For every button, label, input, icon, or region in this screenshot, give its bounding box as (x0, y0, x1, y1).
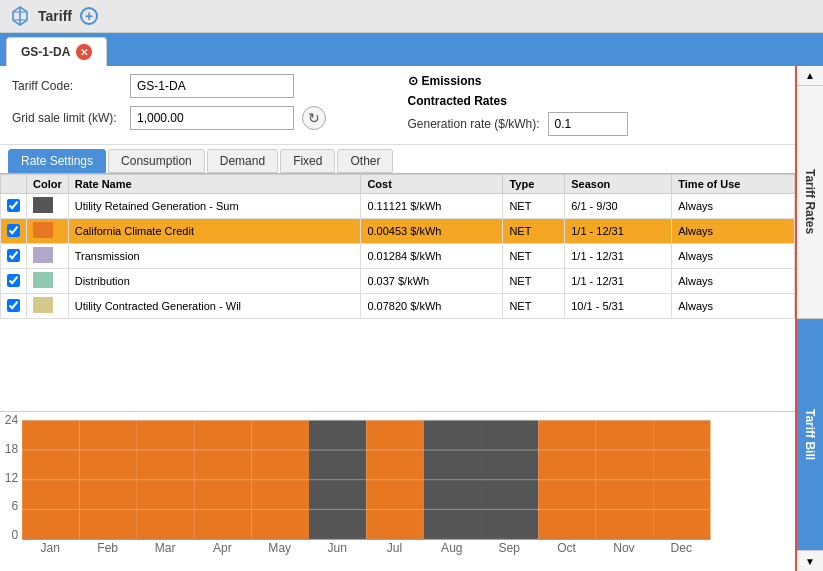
contracted-rates-title: Contracted Rates (408, 94, 784, 108)
table-row[interactable]: Utility Contracted Generation - Wil 0.07… (1, 294, 795, 319)
row-season-0: 6/1 - 9/30 (565, 194, 672, 219)
row-color-cell-3 (27, 269, 69, 294)
table-row[interactable]: California Climate Credit 0.00453 $/kWh … (1, 219, 795, 244)
row-rate-name-1: California Climate Credit (68, 219, 361, 244)
app-container: Tariff + GS-1-DA ✕ Tariff Code: Grid sal… (0, 0, 823, 571)
row-color-cell-1 (27, 219, 69, 244)
scroll-down-button[interactable]: ▼ (797, 551, 823, 571)
row-time-of-use-4: Always (672, 294, 795, 319)
col-color: Color (27, 175, 69, 194)
svg-text:Feb: Feb (97, 540, 118, 554)
tariff-bill-button[interactable]: Tariff Bill (797, 319, 823, 552)
row-time-of-use-0: Always (672, 194, 795, 219)
row-color-cell-2 (27, 244, 69, 269)
rate-table-container: Color Rate Name Cost Type Season Time of… (0, 174, 795, 411)
col-type: Type (503, 175, 565, 194)
svg-text:24: 24 (5, 413, 19, 427)
row-checkbox-2[interactable] (7, 249, 20, 262)
row-checkbox-cell-4 (1, 294, 27, 319)
row-rate-name-0: Utility Retained Generation - Sum (68, 194, 361, 219)
table-row[interactable]: Transmission 0.01284 $/kWh NET 1/1 - 12/… (1, 244, 795, 269)
tariff-code-input[interactable] (130, 74, 294, 98)
chart-area: 24 18 12 6 0 (0, 411, 795, 571)
color-swatch-2 (33, 247, 53, 263)
svg-text:Dec: Dec (671, 540, 692, 554)
svg-text:May: May (268, 540, 292, 554)
svg-text:Nov: Nov (613, 540, 635, 554)
row-checkbox-3[interactable] (7, 274, 20, 287)
row-color-cell-4 (27, 294, 69, 319)
row-type-2: NET (503, 244, 565, 269)
tab-close-button[interactable]: ✕ (76, 44, 92, 60)
row-cost-0: 0.11121 $/kWh (361, 194, 503, 219)
tab-bar: GS-1-DA ✕ (0, 33, 823, 66)
emissions-title: ⊙ Emissions (408, 74, 784, 88)
tab-other[interactable]: Other (337, 149, 393, 173)
row-cost-3: 0.037 $/kWh (361, 269, 503, 294)
grid-sale-row: Grid sale limit (kW): ↻ (12, 106, 388, 130)
svg-text:6: 6 (11, 499, 18, 513)
gs1da-tab[interactable]: GS-1-DA ✕ (6, 37, 107, 66)
row-type-1: NET (503, 219, 565, 244)
row-cost-1: 0.00453 $/kWh (361, 219, 503, 244)
tariff-icon (10, 6, 30, 26)
gen-rate-input[interactable] (548, 112, 628, 136)
svg-text:12: 12 (5, 471, 19, 485)
tariff-rates-label: Tariff Rates (803, 169, 817, 234)
tab-fixed[interactable]: Fixed (280, 149, 335, 173)
main-content: Tariff Code: Grid sale limit (kW): ↻ ⊙ E… (0, 66, 823, 571)
left-panel: Tariff Code: Grid sale limit (kW): ↻ ⊙ E… (0, 66, 795, 571)
tariff-rates-button[interactable]: Tariff Rates (797, 86, 823, 319)
row-time-of-use-2: Always (672, 244, 795, 269)
tab-consumption[interactable]: Consumption (108, 149, 205, 173)
svg-text:Aug: Aug (441, 540, 462, 554)
title-bar: Tariff + (0, 0, 823, 33)
form-right: ⊙ Emissions Contracted Rates Generation … (408, 74, 784, 136)
tab-demand[interactable]: Demand (207, 149, 278, 173)
row-rate-name-2: Transmission (68, 244, 361, 269)
color-swatch-0 (33, 197, 53, 213)
svg-text:Sep: Sep (498, 540, 520, 554)
emissions-label: Emissions (422, 74, 482, 88)
col-rate-name: Rate Name (68, 175, 361, 194)
svg-text:Jun: Jun (327, 540, 346, 554)
row-checkbox-cell-3 (1, 269, 27, 294)
svg-text:Mar: Mar (155, 540, 176, 554)
row-checkbox-cell-0 (1, 194, 27, 219)
table-row[interactable]: Distribution 0.037 $/kWh NET 1/1 - 12/31… (1, 269, 795, 294)
table-row[interactable]: Utility Retained Generation - Sum 0.1112… (1, 194, 795, 219)
color-swatch-4 (33, 297, 53, 313)
row-checkbox-0[interactable] (7, 199, 20, 212)
svg-text:Oct: Oct (557, 540, 576, 554)
color-swatch-1 (33, 222, 53, 238)
sub-tabs: Rate Settings Consumption Demand Fixed O… (0, 145, 795, 174)
row-checkbox-4[interactable] (7, 299, 20, 312)
gen-rate-label: Generation rate ($/kWh): (408, 117, 540, 131)
row-type-3: NET (503, 269, 565, 294)
row-rate-name-3: Distribution (68, 269, 361, 294)
scroll-up-button[interactable]: ▲ (797, 66, 823, 86)
emissions-section: ⊙ Emissions (408, 74, 784, 88)
color-swatch-3 (33, 272, 53, 288)
form-left: Tariff Code: Grid sale limit (kW): ↻ (12, 74, 388, 136)
row-season-3: 1/1 - 12/31 (565, 269, 672, 294)
right-sidebar: ▲ Tariff Rates Tariff Bill ▼ (795, 66, 823, 571)
svg-text:Jan: Jan (41, 540, 60, 554)
row-color-cell-0 (27, 194, 69, 219)
row-cost-2: 0.01284 $/kWh (361, 244, 503, 269)
grid-sale-btn[interactable]: ↻ (302, 106, 326, 130)
rate-table: Color Rate Name Cost Type Season Time of… (0, 174, 795, 319)
tab-rate-settings[interactable]: Rate Settings (8, 149, 106, 173)
svg-text:Jul: Jul (387, 540, 402, 554)
tariff-code-label: Tariff Code: (12, 79, 122, 93)
grid-sale-input[interactable] (130, 106, 294, 130)
add-tariff-button[interactable]: + (80, 7, 98, 25)
row-time-of-use-1: Always (672, 219, 795, 244)
row-checkbox-1[interactable] (7, 224, 20, 237)
app-title: Tariff (38, 8, 72, 24)
contracted-rates: Contracted Rates Generation rate ($/kWh)… (408, 94, 784, 136)
form-area: Tariff Code: Grid sale limit (kW): ↻ ⊙ E… (0, 66, 795, 145)
col-cost: Cost (361, 175, 503, 194)
col-checkbox (1, 175, 27, 194)
row-season-1: 1/1 - 12/31 (565, 219, 672, 244)
